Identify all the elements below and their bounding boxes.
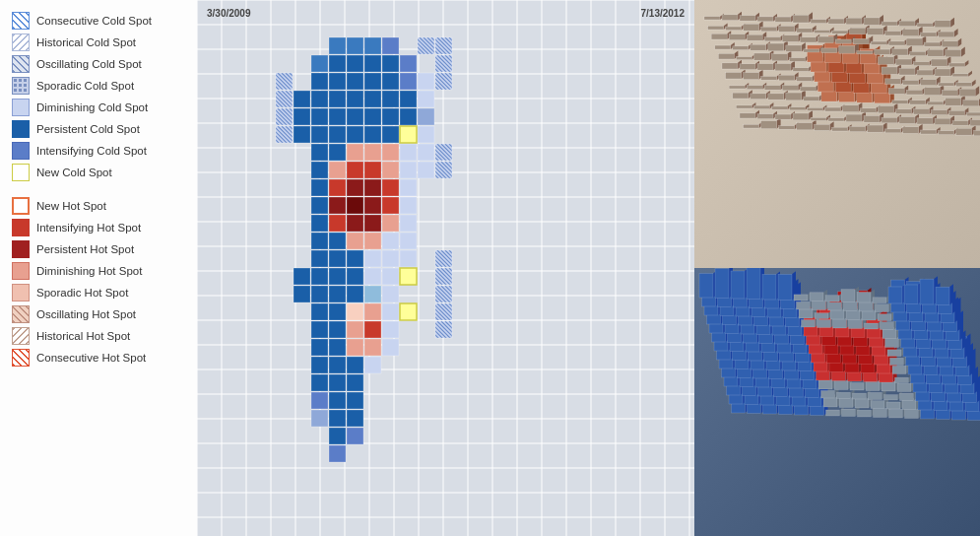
map-date-end: 7/13/2012: [641, 8, 686, 19]
consec-cold-label: Consecutive Cold Spot: [36, 15, 152, 27]
legend-item-oscil-hot[interactable]: Oscillating Hot Spot: [12, 303, 185, 325]
top-3d-canvas: [694, 0, 980, 268]
legend-item-consec-cold[interactable]: Consecutive Cold Spot: [12, 10, 185, 32]
legend-item-intensify-cold[interactable]: Intensifying Cold Spot: [12, 140, 185, 162]
dimin-hot-label: Diminishing Hot Spot: [36, 265, 142, 277]
new-cold-icon: [12, 164, 30, 181]
hist-cold-label: Historical Cold Spot: [36, 36, 136, 48]
map-area: 3/30/2009 7/13/2012: [197, 0, 694, 536]
legend-item-persist-cold[interactable]: Persistent Cold Spot: [12, 118, 185, 140]
legend-item-sporadic-cold[interactable]: Sporadic Cold Spot: [12, 75, 185, 97]
legend-item-intensify-hot[interactable]: Intensifying Hot Spot: [12, 217, 185, 238]
bottom-3d-canvas: [694, 268, 980, 536]
persist-cold-icon: [12, 120, 30, 138]
legend-item-oscil-cold[interactable]: Oscillating Cold Spot: [12, 53, 185, 75]
dimin-cold-icon: [12, 99, 30, 116]
hist-hot-icon: [12, 327, 30, 345]
persist-cold-label: Persistent Cold Spot: [36, 123, 140, 135]
legend-item-dimin-hot[interactable]: Diminishing Hot Spot: [12, 260, 185, 282]
right-top-view: [694, 0, 980, 268]
consec-hot-label: Consecutive Hot Spot: [36, 352, 146, 364]
new-hot-label: New Hot Spot: [36, 200, 106, 212]
legend-panel: Consecutive Cold Spot Historical Cold Sp…: [0, 0, 197, 536]
right-bottom-view: [694, 268, 980, 536]
map-canvas: [197, 0, 694, 536]
right-panel: [694, 0, 980, 536]
oscil-cold-icon: [12, 55, 30, 73]
legend-item-dimin-cold[interactable]: Diminishing Cold Spot: [12, 97, 185, 118]
dimin-hot-icon: [12, 262, 30, 280]
new-hot-icon: [12, 197, 30, 215]
oscil-cold-label: Oscillating Cold Spot: [36, 58, 142, 70]
legend-item-hist-cold[interactable]: Historical Cold Spot: [12, 32, 185, 53]
consec-hot-icon: [12, 349, 30, 367]
intensify-hot-label: Intensifying Hot Spot: [36, 222, 141, 234]
map-date-start: 3/30/2009: [207, 8, 251, 19]
legend-item-hist-hot[interactable]: Historical Hot Spot: [12, 325, 185, 347]
legend-item-new-cold[interactable]: New Cold Spot: [12, 162, 185, 183]
sporadic-hot-label: Sporadic Hot Spot: [36, 287, 128, 299]
legend-divider: [12, 185, 185, 193]
consec-cold-icon: [12, 12, 30, 30]
intensify-hot-icon: [12, 219, 30, 236]
new-cold-label: New Cold Spot: [36, 167, 112, 178]
intensify-cold-icon: [12, 142, 30, 160]
hist-cold-icon: [12, 34, 30, 51]
hot-spots-group: New Hot Spot Intensifying Hot Spot Persi…: [12, 195, 185, 368]
legend-item-new-hot[interactable]: New Hot Spot: [12, 195, 185, 217]
oscil-hot-icon: [12, 305, 30, 323]
persist-hot-label: Persistent Hot Spot: [36, 243, 134, 255]
cold-spots-group: Consecutive Cold Spot Historical Cold Sp…: [12, 10, 185, 183]
persist-hot-icon: [12, 240, 30, 258]
legend-item-consec-hot[interactable]: Consecutive Hot Spot: [12, 347, 185, 368]
sporadic-cold-label: Sporadic Cold Spot: [36, 80, 134, 92]
hist-hot-label: Historical Hot Spot: [36, 330, 130, 342]
legend-item-persist-hot[interactable]: Persistent Hot Spot: [12, 238, 185, 260]
sporadic-cold-icon: [12, 77, 30, 95]
intensify-cold-label: Intensifying Cold Spot: [36, 145, 147, 157]
dimin-cold-label: Diminishing Cold Spot: [36, 101, 148, 113]
sporadic-hot-icon: [12, 284, 30, 302]
legend-item-sporadic-hot[interactable]: Sporadic Hot Spot: [12, 282, 185, 303]
oscil-hot-label: Oscillating Hot Spot: [36, 308, 136, 320]
